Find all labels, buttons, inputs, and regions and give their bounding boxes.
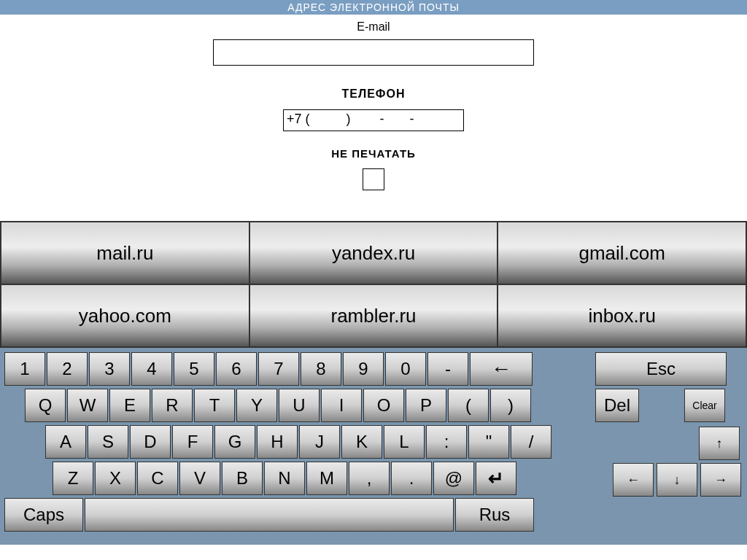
key-0[interactable]: 0 (385, 352, 426, 386)
enter-icon: ↵ (488, 467, 504, 490)
noprint-checkbox[interactable] (363, 168, 384, 190)
key-7[interactable]: 7 (258, 352, 299, 386)
phone-input[interactable]: +7 ( ) - - (283, 109, 464, 131)
title-bar: АДРЕС ЭЛЕКТРОННОЙ ПОЧТЫ (0, 0, 747, 15)
arrow-right-icon: → (714, 472, 727, 488)
key-arrow-up[interactable]: ↑ (699, 427, 740, 460)
phone-label: ТЕЛЕФОН (0, 88, 747, 101)
key-y[interactable]: Y (236, 389, 277, 422)
key-clear[interactable]: Clear (684, 389, 725, 422)
shortcut-yahoo-com[interactable]: yahoo.com (1, 284, 249, 347)
virtual-keyboard: 1 2 3 4 5 6 7 8 9 0 - ← Q W E R T Y U I … (0, 348, 747, 545)
key-4[interactable]: 4 (131, 352, 172, 386)
key-i[interactable]: I (321, 389, 362, 422)
key-3[interactable]: 3 (89, 352, 130, 386)
key-comma[interactable]: , (349, 462, 390, 495)
key-h[interactable]: H (257, 425, 298, 459)
key-v[interactable]: V (179, 462, 220, 495)
arrow-down-icon: ↓ (674, 472, 681, 488)
key-8[interactable]: 8 (301, 352, 341, 386)
key-x[interactable]: X (95, 462, 136, 495)
key-5[interactable]: 5 (174, 352, 214, 386)
key-lparen[interactable]: ( (448, 389, 489, 422)
key-space[interactable] (85, 498, 454, 532)
key-backspace[interactable]: ← (470, 352, 533, 386)
key-o[interactable]: O (363, 389, 404, 422)
email-input[interactable] (213, 39, 534, 66)
backspace-icon: ← (491, 357, 511, 381)
key-9[interactable]: 9 (343, 352, 384, 386)
key-d[interactable]: D (130, 425, 171, 459)
shortcut-mail-ru[interactable]: mail.ru (1, 222, 249, 284)
key-z[interactable]: Z (53, 462, 93, 495)
arrow-left-icon: ← (627, 472, 640, 488)
email-label: E-mail (0, 20, 747, 34)
key-c[interactable]: C (137, 462, 178, 495)
key-e[interactable]: E (109, 389, 150, 422)
domain-shortcuts: mail.ru yandex.ru gmail.com yahoo.com ra… (0, 221, 747, 348)
key-2[interactable]: 2 (47, 352, 88, 386)
key-m[interactable]: M (306, 462, 347, 495)
key-w[interactable]: W (67, 389, 108, 422)
key-rparen[interactable]: ) (490, 389, 531, 422)
noprint-label: НЕ ПЕЧАТАТЬ (0, 147, 747, 160)
key-k[interactable]: K (341, 425, 382, 459)
key-esc[interactable]: Esc (595, 352, 727, 386)
key-b[interactable]: B (222, 462, 263, 495)
key-r[interactable]: R (152, 389, 193, 422)
key-at[interactable]: @ (433, 462, 474, 495)
shortcut-inbox-ru[interactable]: inbox.ru (498, 284, 746, 347)
key-arrow-down[interactable]: ↓ (657, 463, 697, 497)
key-arrow-right[interactable]: → (700, 463, 741, 497)
key-period[interactable]: . (391, 462, 432, 495)
key-quote[interactable]: " (468, 425, 509, 459)
key-caps[interactable]: Caps (4, 498, 83, 532)
key-lang[interactable]: Rus (455, 498, 534, 532)
key-t[interactable]: T (194, 389, 235, 422)
arrow-up-icon: ↑ (716, 436, 723, 451)
key-q[interactable]: Q (25, 389, 66, 422)
key-l[interactable]: L (384, 425, 425, 459)
key-j[interactable]: J (299, 425, 340, 459)
form-area: E-mail ТЕЛЕФОН +7 ( ) - - НЕ ПЕЧАТАТЬ (0, 15, 747, 193)
key-g[interactable]: G (214, 425, 255, 459)
shortcut-rambler-ru[interactable]: rambler.ru (249, 284, 498, 347)
key-colon[interactable]: : (426, 425, 467, 459)
key-p[interactable]: P (406, 389, 446, 422)
key-arrow-left[interactable]: ← (613, 463, 654, 497)
key-del[interactable]: Del (595, 389, 639, 422)
shortcut-gmail-com[interactable]: gmail.com (498, 222, 746, 284)
key-s[interactable]: S (88, 425, 128, 459)
key-f[interactable]: F (172, 425, 213, 459)
key-n[interactable]: N (264, 462, 305, 495)
key-1[interactable]: 1 (4, 352, 45, 386)
key-slash[interactable]: / (511, 425, 551, 459)
key-enter[interactable]: ↵ (476, 462, 516, 495)
key-6[interactable]: 6 (216, 352, 257, 386)
key-hyphen[interactable]: - (427, 352, 468, 386)
key-a[interactable]: A (45, 425, 86, 459)
shortcut-yandex-ru[interactable]: yandex.ru (249, 222, 498, 284)
key-u[interactable]: U (279, 389, 320, 422)
